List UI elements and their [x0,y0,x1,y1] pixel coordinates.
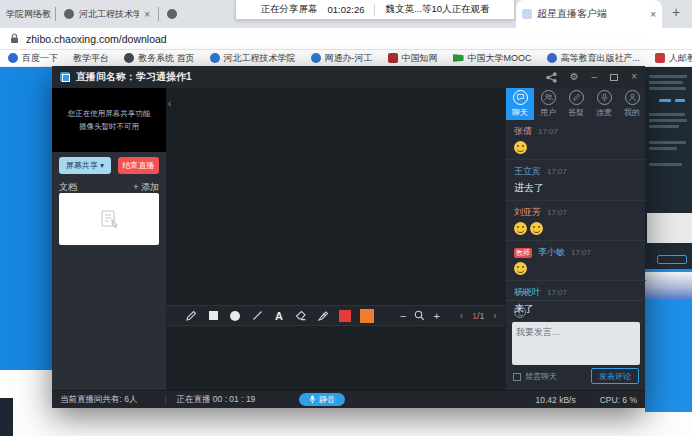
message-time: 17:07 [538,127,558,136]
bookmark-hebei-college[interactable]: 河北工程技术学院 [210,52,296,65]
prev-page-icon[interactable]: ‹ [460,311,463,321]
chat-message: 刘亚芳17:07 [506,201,646,241]
window-title-bar[interactable]: 直播间名称：学习通操作1 ⚙ – × [52,66,645,88]
tab-label: 用户 [540,107,556,118]
bookmark-favicon [655,53,665,63]
person-icon [625,90,640,105]
bookmark-mooc[interactable]: 中国大学MOOC [453,52,532,65]
background-page-right-panel [645,67,692,269]
tab-label: 河北工程技术学院 [79,8,139,21]
background-page-right-bottom [645,412,692,436]
mute-button[interactable]: 静音 [299,393,345,406]
bookmark-favicon [547,53,557,63]
bookmarks-bar: 百度一下 教学平台 教务系统 首页 河北工程技术学院 网通办-河工 中国知网 中… [0,50,692,67]
live-duration: 正在直播 00 : 01 : 19 [176,394,255,406]
pen-tool-icon[interactable] [180,310,202,322]
chat-input[interactable] [512,322,640,365]
clear-brush-tool-icon[interactable] [312,310,334,322]
message-text: 进去了 [514,181,638,195]
chat-message: 教师李小敏17:07 [506,241,646,281]
text-tool-icon[interactable]: A [268,310,290,322]
share-icon[interactable] [546,72,557,83]
chat-tab-bar: 聊天 用户 答疑 连麦 [506,88,646,120]
tab-chat[interactable]: 聊天 [506,88,534,120]
tab-mine[interactable]: 我的 [618,88,646,120]
screen-share-button[interactable]: 屏幕共享 ▾ [59,157,111,174]
bookmark-ptpress[interactable]: 人邮教育社区 [655,52,692,65]
eraser-tool-icon[interactable] [290,310,312,321]
chat-message-list[interactable]: 张倩17:07 王立宾17:07 进去了 刘亚芳17:07 教师李小敏17:07… [506,120,646,322]
tab-divider [158,7,159,21]
background-thumbnail [647,213,692,243]
circle-tool-icon[interactable] [224,311,246,321]
screen-share-banner: 正在分享屏幕 01:02:26 魏文英...等10人正在观看 [235,0,515,20]
browser-tab-2[interactable]: 河北工程技术学院 × [58,0,156,28]
bookmark-jiaowu[interactable]: 教务系统 首页 [124,52,195,65]
bookmark-favicon [8,53,18,63]
address-bar[interactable]: zhibo.chaoxing.com/download [0,28,692,50]
screen-share-canvas[interactable]: ‹ A − [166,88,505,390]
zoom-out-icon[interactable]: − [400,310,406,322]
color-swatch-red[interactable] [334,310,356,322]
browser-tab-3[interactable] [161,0,231,28]
app-favicon [522,9,532,19]
message-text: 来了 [514,302,638,316]
close-icon[interactable]: × [631,72,637,82]
sender-name: 张倩 [514,125,532,138]
next-page-icon[interactable]: › [493,311,496,321]
bookmark-favicon [210,53,220,63]
tab-qa[interactable]: 答疑 [562,88,590,120]
collapse-panel-arrow[interactable]: ‹ [168,98,171,109]
bookmark-label: 人邮教育社区 [669,52,692,65]
minimize-icon[interactable]: – [592,72,598,82]
background-page-corner-image [0,398,13,436]
tab-label: 连麦 [596,107,612,118]
banner-divider [374,4,375,16]
tab-label: 学院网络教 [6,8,51,21]
viewer-count: 当前直播间共有: 6人 [60,394,137,406]
tab-divider [55,7,56,21]
document-icon [96,206,122,232]
url-text[interactable]: zhibo.chaoxing.com/download [26,33,167,45]
microphone-icon [309,395,316,404]
chat-panel: 聊天 用户 答疑 连麦 [505,88,645,390]
end-live-button[interactable]: 结束直播 [118,157,159,174]
zoom-in-icon[interactable]: + [433,310,439,322]
rectangle-tool-icon[interactable] [202,311,224,320]
message-time: 17:07 [547,167,567,176]
cpu-usage: CPU: 6 % [600,395,637,405]
annotation-toolbar: A − + ‹ 1/1 › [166,305,505,326]
bookmark-hep-press[interactable]: 高等教育出版社产... [547,52,641,65]
bookmark-label: 网通办-河工 [325,52,373,65]
document-thumbnail[interactable] [59,193,159,245]
tab-mic-connect[interactable]: 连麦 [590,88,618,120]
background-page-right [645,67,692,436]
color-swatch-orange[interactable] [356,309,378,323]
window-title: 直播间名称：学习通操作1 [76,70,192,84]
emoji-picker-icon[interactable] [514,306,526,318]
globe-favicon [167,9,177,19]
live-client-window: 直播间名称：学习通操作1 ⚙ – × 您正在使用屏幕共享功能 摄像头暂时不可用 … [52,66,645,408]
maximize-icon[interactable] [610,74,618,81]
browser-tab-1[interactable]: 学院网络教 × [0,0,52,28]
browser-tab-active[interactable]: 超星直播客户端 × [516,0,662,28]
new-tab-button[interactable]: + [672,4,680,20]
tab-users[interactable]: 用户 [534,88,562,120]
bookmark-teaching-platform[interactable]: 教学平台 [73,52,109,65]
line-tool-icon[interactable] [246,310,268,321]
chat-message: 杨晓叶17:07 来了 [506,281,646,322]
bookmark-wangtongban[interactable]: 网通办-河工 [311,52,373,65]
share-viewers-text: 魏文英...等10人正在观看 [385,3,489,16]
mute-chat-checkbox[interactable] [513,373,521,381]
bookmark-cnki[interactable]: 中国知网 [388,52,438,65]
settings-gear-icon[interactable]: ⚙ [570,72,579,82]
bookmark-favicon [124,53,134,63]
send-comment-button[interactable]: 发表评论 [591,368,639,384]
magnifier-icon[interactable] [414,310,425,321]
users-icon [541,90,556,105]
message-time: 17:07 [571,248,591,257]
tab-close-icon[interactable]: × [144,9,150,20]
bookmark-baidu[interactable]: 百度一下 [8,52,58,65]
tab-close-icon[interactable]: × [650,9,656,20]
sender-name: 刘亚芳 [514,206,541,219]
